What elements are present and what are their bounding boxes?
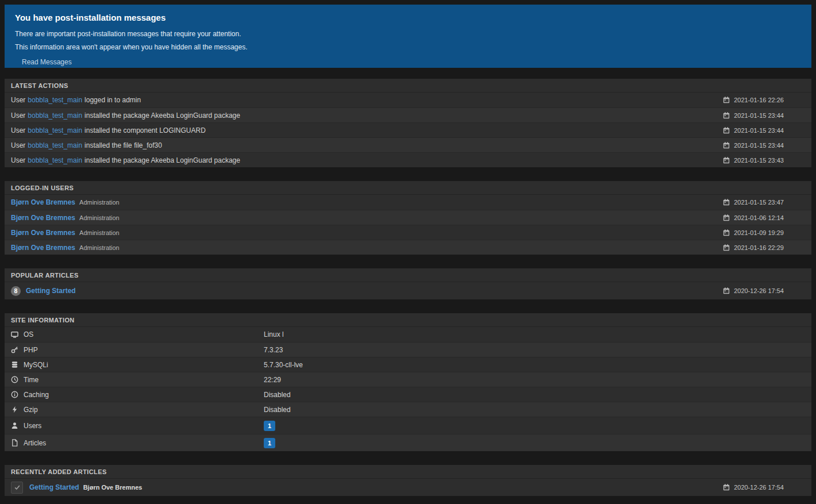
site-info-row: OSLinux l [5, 327, 811, 342]
dashboard-page: You have post-installation messages Ther… [0, 0, 816, 504]
user-name-link[interactable]: Bjørn Ove Bremnes [11, 198, 75, 206]
item-date: 2021-01-16 22:26 [723, 97, 805, 103]
user-info: Bjørn Ove BremnesAdministration [11, 229, 723, 237]
calendar-icon [723, 214, 730, 221]
calendar-icon [723, 244, 730, 251]
latest-actions-panel: LATEST ACTIONS Userbobbla_test_mainlogge… [5, 79, 811, 167]
calendar-icon [723, 142, 730, 149]
site-info-row: CachingDisabled [5, 387, 811, 402]
publish-status-button[interactable] [11, 482, 23, 494]
postinstall-banner: You have post-installation messages Ther… [5, 5, 811, 68]
user-link[interactable]: bobbla_test_main [28, 141, 82, 149]
site-info-label: Articles [24, 439, 46, 447]
item-date: 2020-12-26 17:54 [723, 484, 805, 491]
key-icon [11, 346, 18, 353]
site-info-value: Linux l [264, 330, 284, 338]
count-badge: 1 [264, 421, 275, 431]
site-information-list: OSLinux lPHP7.3.23MySQLi5.7.30-cll-lveTi… [5, 327, 811, 451]
database-icon [11, 361, 18, 368]
user-link[interactable]: bobbla_test_main [28, 96, 82, 104]
popular-articles-panel: POPULAR ARTICLES 8Getting Started2020-12… [5, 268, 811, 299]
file-icon [11, 439, 18, 447]
user-location: Administration [79, 214, 120, 221]
read-messages-button[interactable]: Read Messages [22, 58, 72, 66]
user-name-link[interactable]: Bjørn Ove Bremnes [11, 229, 75, 237]
banner-line-1: There are important post-installation me… [15, 30, 806, 38]
site-info-row: Articles1 [5, 434, 811, 451]
site-info-label: Gzip [24, 406, 38, 414]
user-location: Administration [79, 229, 120, 236]
desktop-icon [11, 331, 18, 338]
site-info-row: Time22:29 [5, 372, 811, 387]
site-info-label-cell: PHP [11, 346, 264, 354]
article-link[interactable]: Getting Started [29, 483, 79, 491]
site-info-value: 5.7.30-cll-lve [264, 361, 303, 369]
action-text: Userbobbla_test_maininstalled the packag… [11, 156, 723, 164]
site-info-label-cell: Articles [11, 439, 264, 447]
article-link[interactable]: Getting Started [26, 287, 76, 295]
user-link[interactable]: bobbla_test_main [28, 156, 82, 164]
item-date: 2021-01-15 23:47 [723, 199, 805, 206]
item-date: 2021-01-06 12:14 [723, 214, 805, 221]
recently-added-articles-header: RECENTLY ADDED ARTICLES [5, 465, 811, 479]
calendar-icon [723, 127, 730, 134]
user-info: Bjørn Ove BremnesAdministration [11, 244, 723, 252]
calendar-icon [723, 287, 730, 294]
item-date: 2021-01-15 23:44 [723, 127, 805, 134]
article-info: 8Getting Started [11, 286, 723, 296]
latest-actions-list: Userbobbla_test_mainlogged in to admin20… [5, 93, 811, 167]
user-location: Administration [79, 244, 120, 251]
logged-in-user-row: Bjørn Ove BremnesAdministration2021-01-0… [5, 225, 811, 240]
logged-in-user-row: Bjørn Ove BremnesAdministration2021-01-1… [5, 240, 811, 255]
site-info-value: Disabled [264, 391, 291, 399]
bolt-icon [11, 406, 18, 413]
item-date: 2021-01-09 19:29 [723, 229, 805, 236]
action-text: Userbobbla_test_maininstalled the packag… [11, 111, 723, 120]
count-badge: 1 [264, 438, 275, 448]
user-name-link[interactable]: Bjørn Ove Bremnes [11, 244, 75, 252]
item-date: 2021-01-16 22:29 [723, 244, 805, 251]
popular-articles-list: 8Getting Started2020-12-26 17:54 [5, 282, 811, 299]
latest-actions-header: LATEST ACTIONS [5, 79, 811, 93]
calendar-icon [723, 97, 730, 103]
calendar-icon [723, 157, 730, 164]
info-icon [11, 391, 18, 398]
item-date: 2021-01-15 23:43 [723, 157, 805, 164]
clock-icon [11, 376, 18, 383]
recent-article-info: Getting StartedBjørn Ove Bremnes [11, 482, 723, 494]
recently-added-articles-panel: RECENTLY ADDED ARTICLES Getting StartedB… [5, 465, 811, 496]
calendar-icon [723, 229, 730, 236]
popular-article-row: 8Getting Started2020-12-26 17:54 [5, 282, 811, 299]
user-link[interactable]: bobbla_test_main [28, 111, 82, 120]
article-author: Bjørn Ove Bremnes [83, 484, 143, 491]
calendar-icon [723, 112, 730, 119]
logged-in-users-panel: LOGGED-IN USERS Bjørn Ove BremnesAdminis… [5, 181, 811, 255]
action-text: Userbobbla_test_mainlogged in to admin [11, 96, 723, 104]
banner-title: You have post-installation messages [15, 13, 806, 22]
site-info-row: MySQLi5.7.30-cll-lve [5, 357, 811, 372]
item-date: 2020-12-26 17:54 [723, 287, 805, 294]
site-information-panel: SITE INFORMATION OSLinux lPHP7.3.23MySQL… [5, 313, 811, 451]
site-info-row: PHP7.3.23 [5, 342, 811, 357]
user-link[interactable]: bobbla_test_main [28, 126, 82, 134]
site-info-label: Time [24, 376, 39, 384]
site-info-value: 22:29 [264, 376, 281, 384]
site-info-value: 7.3.23 [264, 346, 283, 354]
action-row: Userbobbla_test_maininstalled the file f… [5, 137, 811, 152]
site-info-label: OS [24, 330, 33, 338]
site-info-row: GzipDisabled [5, 402, 811, 417]
site-info-label: Caching [24, 391, 49, 399]
calendar-icon [723, 484, 730, 491]
action-row: Userbobbla_test_maininstalled the packag… [5, 152, 811, 167]
popular-articles-header: POPULAR ARTICLES [5, 268, 811, 282]
site-info-label-cell: Users [11, 422, 264, 430]
item-date: 2021-01-15 23:44 [723, 142, 805, 149]
user-name-link[interactable]: Bjørn Ove Bremnes [11, 214, 75, 222]
logged-in-users-header: LOGGED-IN USERS [5, 181, 811, 195]
site-info-label-cell: Gzip [11, 406, 264, 414]
site-info-row: Users1 [5, 417, 811, 434]
recently-added-articles-list: Getting StartedBjørn Ove Bremnes2020-12-… [5, 479, 811, 496]
hits-badge: 8 [11, 286, 21, 296]
banner-line-2: This information area won't appear when … [15, 43, 806, 51]
user-info: Bjørn Ove BremnesAdministration [11, 214, 723, 222]
